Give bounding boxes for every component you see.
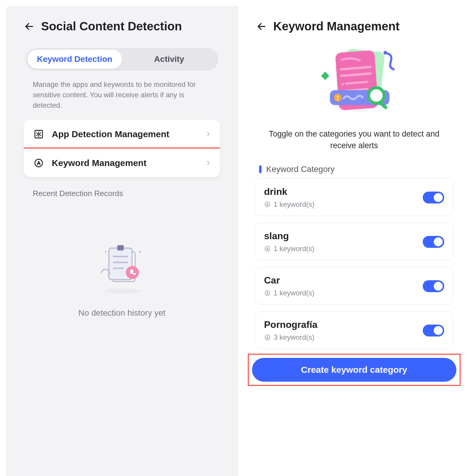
svg-point-33: [265, 246, 270, 251]
subtitle: Manage the apps and keywords to be monit…: [6, 71, 238, 113]
section-header: Keyword Category: [238, 154, 470, 178]
letter-a-circle-icon: [264, 290, 271, 296]
header: Keyword Management: [238, 6, 470, 39]
category-card-drink[interactable]: drink 1 keyword(s): [255, 178, 454, 216]
category-count: 1 keyword(s): [274, 200, 314, 209]
section-title: Keyword Category: [266, 165, 335, 174]
category-list: drink 1 keyword(s) slang 1 keyword(s): [238, 178, 470, 349]
tab-bar: Keyword Detection Activity: [26, 48, 218, 71]
recent-records-label: Recent Detection Records: [6, 177, 238, 198]
management-list: App Detection Management Keyword Managem…: [24, 120, 220, 177]
hero-illustration: [238, 45, 470, 119]
svg-point-4: [105, 288, 139, 294]
chevron-right-icon: [205, 130, 211, 139]
letter-a-circle-icon: [264, 201, 271, 208]
svg-point-28: [337, 99, 338, 100]
category-toggle[interactable]: [423, 280, 444, 292]
svg-rect-27: [337, 95, 338, 98]
back-button[interactable]: [255, 20, 268, 33]
svg-point-3: [35, 159, 43, 167]
category-name: Car: [264, 275, 423, 286]
page-title: Keyword Management: [273, 20, 400, 33]
create-button-container: Create keyword category: [252, 358, 457, 382]
empty-state: No detection history yet: [6, 240, 238, 318]
section-accent-bar: [259, 165, 262, 173]
empty-state-text: No detection history yet: [78, 308, 165, 318]
arrow-left-icon: [24, 21, 34, 32]
category-card-pornografia[interactable]: Pornografía 3 keyword(s): [255, 311, 454, 349]
svg-point-15: [139, 251, 141, 253]
letter-a-circle-icon: [264, 245, 271, 252]
category-toggle[interactable]: [423, 325, 444, 336]
social-content-detection-screen: Social Content Detection Keyword Detecti…: [6, 6, 238, 476]
tab-activity[interactable]: Activity: [122, 50, 217, 69]
svg-point-14: [105, 251, 107, 253]
category-card-car[interactable]: Car 1 keyword(s): [255, 267, 454, 305]
tab-keyword-detection[interactable]: Keyword Detection: [27, 50, 122, 69]
category-name: drink: [264, 186, 423, 197]
category-count: 3 keyword(s): [274, 333, 314, 342]
svg-point-32: [265, 202, 270, 207]
gear-box-icon: [33, 128, 45, 140]
svg-point-21: [341, 83, 344, 85]
keyword-management-item[interactable]: Keyword Management: [24, 148, 220, 177]
hero-illustration-icon: [308, 45, 400, 119]
svg-point-34: [265, 291, 270, 296]
svg-point-29: [369, 88, 384, 103]
category-count: 1 keyword(s): [274, 289, 314, 297]
keyword-management-label: Keyword Management: [52, 158, 205, 168]
category-toggle[interactable]: [423, 192, 444, 203]
arrow-left-icon: [256, 21, 267, 32]
app-detection-management-label: App Detection Management: [52, 129, 205, 139]
svg-rect-10: [117, 245, 124, 250]
svg-rect-12: [130, 270, 133, 274]
app-detection-management-item[interactable]: App Detection Management: [24, 120, 220, 148]
category-count: 1 keyword(s): [274, 245, 314, 253]
category-name: slang: [264, 231, 423, 242]
category-card-slang[interactable]: slang 1 keyword(s): [255, 223, 454, 260]
svg-point-2: [38, 133, 40, 135]
page-title: Social Content Detection: [41, 20, 182, 33]
chevron-right-icon: [205, 159, 211, 167]
svg-point-35: [265, 335, 270, 340]
svg-point-31: [383, 51, 387, 54]
category-toggle[interactable]: [423, 236, 444, 248]
header: Social Content Detection: [6, 6, 238, 39]
create-keyword-category-button[interactable]: Create keyword category: [252, 358, 457, 382]
svg-rect-13: [133, 273, 136, 275]
letter-a-circle-icon: [264, 334, 271, 341]
back-button[interactable]: [23, 20, 36, 33]
keyword-management-screen: Keyword Management: [238, 6, 470, 476]
letter-a-circle-icon: [33, 157, 45, 169]
empty-illustration-icon: [92, 240, 152, 296]
hero-description: Toggle on the categories you want to det…: [238, 119, 470, 154]
category-name: Pornografía: [264, 319, 423, 330]
